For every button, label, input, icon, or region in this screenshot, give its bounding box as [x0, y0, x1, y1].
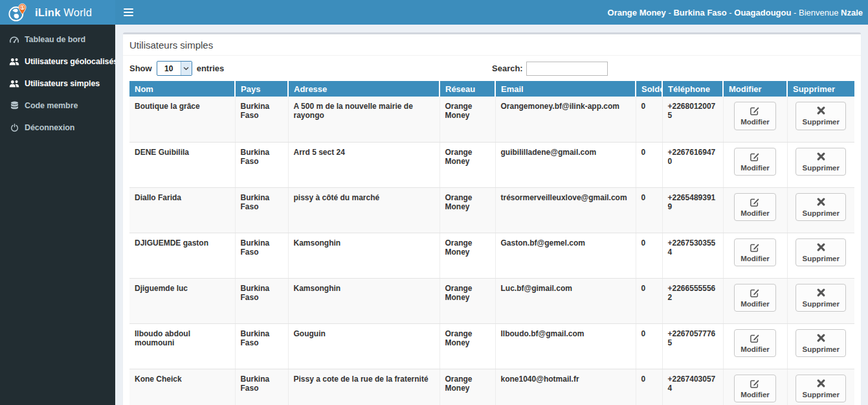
sidebar-item-label: Tableau de bord — [25, 35, 85, 44]
edit-icon — [740, 197, 770, 208]
chevron-down-icon — [181, 62, 192, 75]
supprimer-button[interactable]: Supprimer — [796, 193, 846, 222]
table-row: Ilboudo abdoul moumouniBurkina FasoGougu… — [129, 323, 854, 369]
cell-telephone: +22654893919 — [662, 187, 723, 233]
cell-modifier: Modifier — [723, 369, 787, 405]
cell-modifier: Modifier — [723, 187, 787, 233]
supprimer-button[interactable]: Supprimer — [796, 238, 846, 267]
cell-solde: 0 — [636, 97, 662, 142]
cell-modifier: Modifier — [723, 323, 787, 369]
column-header-email[interactable]: Email — [495, 81, 636, 97]
button-label: Modifier — [740, 391, 770, 399]
cell-pays: Burkina Faso — [235, 233, 288, 278]
sidebar-item-utilisateurs-simples[interactable]: Utilisateurs simples — [0, 73, 115, 95]
column-header-adresse[interactable]: Adresse — [288, 81, 440, 97]
sidebar-item-deconnexion[interactable]: Déconnexion — [0, 117, 115, 139]
table-row: Djiguemde lucBurkina FasoKamsonghinOrang… — [129, 278, 854, 323]
cell-adresse: pissy à côté du marché — [288, 187, 440, 233]
cell-pays: Burkina Faso — [235, 142, 288, 187]
button-label: Supprimer — [802, 164, 840, 172]
supprimer-button[interactable]: Supprimer — [796, 148, 846, 176]
modifier-button[interactable]: Modifier — [734, 284, 776, 312]
x-icon — [802, 378, 840, 389]
x-icon — [802, 106, 840, 117]
x-icon — [802, 288, 840, 299]
sidebar-item-utilisateurs-geolocalises[interactable]: Utilisateurs géolocalisés — [0, 51, 115, 73]
sidebar: Tableau de bord Utilisateurs géolocalisé… — [0, 25, 115, 405]
button-label: Supprimer — [802, 255, 840, 262]
topbar-context-segment: Orange Money — [608, 8, 666, 17]
modifier-button[interactable]: Modifier — [734, 102, 776, 130]
sidebar-item-code-membre[interactable]: Code membre — [0, 95, 115, 117]
column-header-pays[interactable]: Pays — [235, 81, 288, 97]
supprimer-button[interactable]: Supprimer — [796, 284, 846, 312]
cell-telephone: +22675303554 — [662, 233, 723, 278]
panel-body: Show 10 entries Search: — [123, 56, 861, 405]
modifier-button[interactable]: Modifier — [734, 329, 776, 358]
modifier-button[interactable]: Modifier — [734, 375, 776, 403]
modifier-button[interactable]: Modifier — [734, 193, 776, 222]
cell-email: kone1040@hotmail.fr — [495, 369, 636, 405]
cell-adresse: A 500 m de la nouvelle mairie de rayongo — [288, 97, 440, 142]
entries-select[interactable]: 10 — [157, 61, 192, 76]
table-row: DJIGUEMDE gastonBurkina FasoKamsonghinOr… — [129, 233, 854, 278]
column-header-reseau[interactable]: Réseau — [440, 81, 495, 97]
supprimer-button[interactable]: Supprimer — [796, 102, 846, 130]
cell-telephone: +22680120075 — [662, 97, 723, 142]
sidebar-item-tableau-de-bord[interactable]: Tableau de bord — [0, 29, 115, 51]
cell-supprimer: Supprimer — [787, 278, 854, 323]
cell-reseau: Orange Money — [440, 142, 495, 187]
cell-reseau: Orange Money — [440, 369, 495, 405]
topbar-context-segment: - — [727, 8, 735, 17]
edit-icon — [740, 106, 770, 117]
entries-select-value: 10 — [157, 62, 181, 75]
topbar-context-segment: Ouagadougou — [734, 8, 791, 17]
column-header-solde[interactable]: Solde — [636, 81, 662, 97]
app-logo[interactable]: $ iLink World — [0, 0, 115, 25]
cell-email: Orangemoney.bf@ilink-app.com — [495, 97, 636, 142]
cell-nom: Boutique la grâce — [129, 97, 235, 142]
cell-pays: Burkina Faso — [235, 323, 288, 369]
modifier-button[interactable]: Modifier — [734, 238, 776, 267]
sidebar-item-label: Utilisateurs géolocalisés — [25, 57, 118, 66]
cell-telephone: +22670577765 — [662, 323, 723, 369]
topbar-context-segment: Burkina Faso — [673, 8, 726, 17]
supprimer-button[interactable]: Supprimer — [796, 375, 846, 403]
column-header-modifier[interactable]: Modifier — [723, 81, 787, 97]
button-label: Modifier — [740, 209, 770, 217]
cell-reseau: Orange Money — [440, 233, 495, 278]
users-table: Nom Pays Adresse Réseau Email Solde Télé… — [129, 81, 854, 405]
cell-nom: Ilboudo abdoul moumouni — [129, 323, 235, 369]
modifier-button[interactable]: Modifier — [734, 148, 776, 176]
cell-email: trésormerveilleuxlove@gmail.com — [495, 187, 636, 233]
button-label: Supprimer — [802, 300, 840, 308]
cell-modifier: Modifier — [723, 278, 787, 323]
sidebar-item-label: Code membre — [25, 101, 78, 110]
cell-solde: 0 — [636, 369, 662, 405]
app-title: iLink World — [35, 6, 92, 19]
button-label: Supprimer — [802, 345, 840, 353]
table-row: Kone CheickBurkina FasoPissy a cote de l… — [129, 369, 854, 405]
cell-adresse: Kamsonghin — [288, 233, 440, 278]
cell-adresse: Kamsonghin — [288, 278, 440, 323]
search-input[interactable] — [526, 62, 608, 76]
button-label: Supprimer — [802, 391, 840, 399]
cell-pays: Burkina Faso — [235, 187, 288, 233]
cell-adresse: Gouguin — [288, 323, 440, 369]
cell-solde: 0 — [636, 233, 662, 278]
edit-icon — [740, 288, 770, 299]
cell-supprimer: Supprimer — [787, 97, 854, 142]
column-header-supprimer[interactable]: Supprimer — [787, 81, 854, 97]
hamburger-icon[interactable] — [124, 8, 133, 16]
svg-text:$: $ — [21, 5, 24, 10]
column-header-nom[interactable]: Nom — [129, 81, 235, 97]
cell-email: guibililladene@gmail.com — [495, 142, 636, 187]
topbar-context-text: Orange Money - Burkina Faso - Ouagadougo… — [608, 8, 863, 17]
cell-supprimer: Supprimer — [787, 369, 854, 405]
column-header-telephone[interactable]: Téléphone — [662, 81, 723, 97]
sidebar-item-label: Déconnexion — [25, 123, 74, 132]
cell-supprimer: Supprimer — [787, 323, 854, 369]
supprimer-button[interactable]: Supprimer — [796, 329, 846, 358]
cell-modifier: Modifier — [723, 97, 787, 142]
cell-email: Ilboudo.bf@gmail.com — [495, 323, 636, 369]
